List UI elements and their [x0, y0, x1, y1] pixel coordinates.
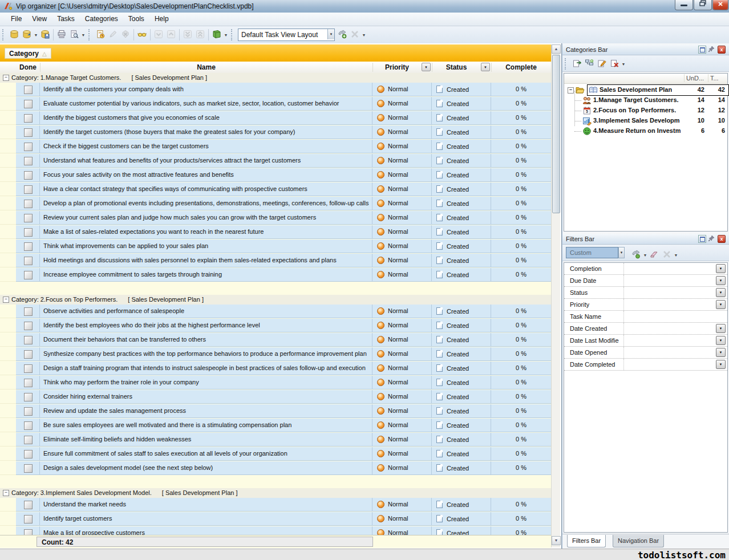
task-row[interactable]: Design a sales development model (see th…	[0, 461, 551, 476]
done-checkbox[interactable]	[24, 228, 33, 237]
tree-item-row[interactable]: 1.Manage Target Customers.1414	[564, 95, 727, 105]
complete-cell[interactable]: 0 %	[491, 447, 551, 461]
eraser-icon[interactable]	[648, 248, 661, 261]
layout-combo[interactable]: Default Task View Layout▼	[238, 29, 335, 41]
tree-root-row[interactable]: −Sales Development Plan4242	[564, 85, 727, 95]
task-row[interactable]: Identify the best employees who do their…	[0, 319, 551, 333]
priority-cell[interactable]: Normal	[372, 390, 432, 404]
chevron-down-icon[interactable]: ▼	[80, 28, 86, 40]
done-checkbox[interactable]	[24, 322, 33, 330]
priority-cell[interactable]: Normal	[372, 305, 432, 318]
filter-row[interactable]: Due Date▼	[564, 275, 727, 287]
column-done[interactable]: Done	[16, 63, 40, 71]
task-name-cell[interactable]: Develop a plan of promotional events inc…	[40, 197, 372, 210]
filter-row[interactable]: Date Created▼	[564, 323, 727, 335]
task-name-cell[interactable]: Review and update the sales management p…	[40, 404, 372, 418]
task-name-cell[interactable]: Understand what features and benefits of…	[40, 154, 372, 168]
task-name-cell[interactable]: Make a list of prospective customers	[40, 526, 372, 535]
priority-cell[interactable]: Normal	[372, 376, 432, 389]
print-icon[interactable]	[55, 28, 68, 40]
status-cell[interactable]: Created	[432, 419, 491, 432]
column-status[interactable]: Status	[432, 63, 481, 71]
done-checkbox[interactable]	[24, 271, 33, 279]
scroll-down-button[interactable]: ▼	[552, 536, 561, 545]
new-subcategory-icon[interactable]	[583, 57, 596, 70]
filter-row[interactable]: Status▼	[564, 287, 727, 299]
task-row[interactable]: Be sure sales employees are well motivat…	[0, 419, 551, 433]
done-checkbox[interactable]	[24, 364, 33, 373]
complete-cell[interactable]: 0 %	[491, 197, 551, 210]
status-cell[interactable]: Created	[432, 197, 491, 210]
priority-cell[interactable]: Normal	[372, 83, 432, 96]
category-group-header[interactable]: −Category: 3.Implement Sales Development…	[0, 488, 551, 498]
task-row[interactable]: Review and update the sales management p…	[0, 404, 551, 419]
priority-cell[interactable]: Normal	[372, 404, 432, 418]
complete-cell[interactable]: 0 %	[491, 254, 551, 267]
done-checkbox[interactable]	[24, 336, 33, 344]
task-name-cell[interactable]: Identify target customers	[40, 512, 372, 526]
status-cell[interactable]: Created	[432, 390, 491, 404]
priority-cell[interactable]: Normal	[372, 526, 432, 535]
complete-cell[interactable]: 0 %	[491, 433, 551, 447]
task-name-cell[interactable]: Understand the market needs	[40, 498, 372, 512]
priority-cell[interactable]: Normal	[372, 125, 432, 139]
task-row[interactable]: Consider hiring external trainersNormalC…	[0, 390, 551, 404]
task-name-cell[interactable]: Increase employee commitment to sales ta…	[40, 268, 372, 282]
task-name-cell[interactable]: Ensure full commitment of sales staff to…	[40, 447, 372, 461]
column-complete[interactable]: Complete	[491, 63, 551, 71]
task-row[interactable]: Have a clear contact strategy that speci…	[0, 182, 551, 197]
category-group-header[interactable]: −Category: 2.Focus on Top Performers.[ S…	[0, 295, 551, 305]
priority-cell[interactable]: Normal	[372, 140, 432, 153]
categories-bar-close-button[interactable]: x	[718, 46, 726, 54]
status-cell[interactable]: Created	[432, 254, 491, 267]
done-checkbox[interactable]	[24, 515, 33, 524]
priority-cell[interactable]: Normal	[372, 333, 432, 347]
done-checkbox[interactable]	[24, 501, 33, 509]
done-checkbox[interactable]	[24, 114, 33, 123]
task-name-cell[interactable]: Make a list of sales-related expectation…	[40, 225, 372, 239]
tree-item-row[interactable]: 52.Focus on Top Performers.1212	[564, 105, 727, 116]
task-row[interactable]: Eliminate self-limiting beliefs and hidd…	[0, 433, 551, 447]
scrollbar-thumb[interactable]	[552, 55, 560, 213]
task-row[interactable]: Review your current sales plan and judge…	[0, 211, 551, 225]
status-cell[interactable]: Created	[432, 97, 491, 111]
task-row[interactable]: Identify the target customers (those buy…	[0, 125, 551, 140]
filter-row[interactable]: Date Completed▼	[564, 359, 727, 371]
status-cell[interactable]: Created	[432, 447, 491, 461]
filter-dropdown-button[interactable]: ▼	[716, 324, 726, 333]
open-database-icon[interactable]	[21, 28, 33, 40]
task-name-cell[interactable]: Review your current sales plan and judge…	[40, 211, 372, 225]
new-task-icon[interactable]	[94, 28, 107, 40]
apply-layout-icon[interactable]	[336, 28, 349, 40]
task-row[interactable]: Evaluate customer potential by various i…	[0, 97, 551, 111]
priority-cell[interactable]: Normal	[372, 254, 432, 267]
complete-cell[interactable]: 0 %	[491, 154, 551, 168]
filter-row[interactable]: Task Name	[564, 311, 727, 323]
scroll-up-button[interactable]: ▲	[552, 44, 561, 54]
task-name-cell[interactable]: Document their behaviors that can be tra…	[40, 333, 372, 347]
priority-cell[interactable]: Normal	[372, 419, 432, 432]
priority-cell[interactable]: Normal	[372, 211, 432, 225]
task-row[interactable]: Think what improvements can be applied t…	[0, 240, 551, 254]
apply-filter-icon[interactable]	[630, 248, 642, 261]
chevron-down-icon[interactable]: ▼	[361, 28, 367, 40]
priority-cell[interactable]: Normal	[372, 498, 432, 512]
priority-cell[interactable]: Normal	[372, 154, 432, 168]
complete-cell[interactable]: 0 %	[491, 182, 551, 196]
done-checkbox[interactable]	[24, 171, 33, 180]
task-row[interactable]: Identify the biggest customers that give…	[0, 111, 551, 125]
status-cell[interactable]: Created	[432, 512, 491, 526]
task-row[interactable]: Design a staff training program that int…	[0, 362, 551, 376]
task-row[interactable]: Develop a plan of promotional events inc…	[0, 197, 551, 211]
priority-cell[interactable]: Normal	[372, 240, 432, 253]
status-cell[interactable]: Created	[432, 526, 491, 535]
menu-file[interactable]: File	[6, 13, 27, 26]
category-group-header[interactable]: −Category: 1.Manage Target Customers.[ S…	[0, 73, 551, 83]
column-name[interactable]: Name	[40, 63, 372, 71]
task-name-cell[interactable]: Consider hiring external trainers	[40, 390, 372, 404]
task-name-cell[interactable]: Hold meetings and discussions with sales…	[40, 254, 372, 267]
priority-cell[interactable]: Normal	[372, 362, 432, 375]
filter-dropdown-button[interactable]: ▼	[716, 336, 726, 345]
filters-bar-pin-button[interactable]	[707, 235, 715, 243]
task-row[interactable]: Understand the market needsNormalCreated…	[0, 498, 551, 512]
